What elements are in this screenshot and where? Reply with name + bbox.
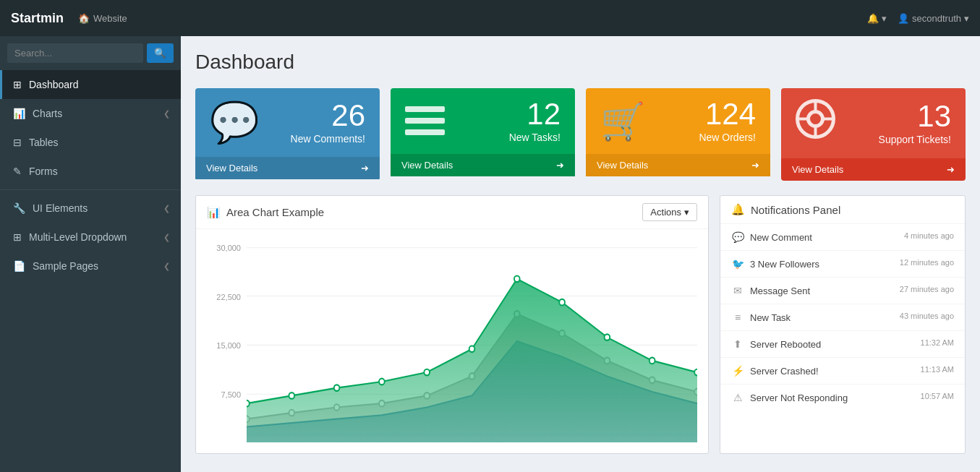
sidebar-item-ui-elements[interactable]: 🔧 UI Elements ❮ [0,194,181,223]
topnav: Startmin 🏠 Website 🔔 ▾ 👤 secondtruth ▾ [0,0,980,36]
card-number: 12 [509,99,561,129]
sidebar-item-label: Sample Pages [33,260,98,272]
sidebar-item-sample-pages[interactable]: 📄 Sample Pages ❮ [0,252,181,280]
arrow-icon: ➜ [556,160,564,171]
arrow-icon: ➜ [361,163,369,173]
svg-point-26 [289,392,294,399]
chevron-icon: ❮ [163,204,170,213]
notif-time: 43 minutes ago [900,312,954,320]
user-menu-button[interactable]: 👤 secondtruth ▾ [898,13,969,24]
card-info: 124 New Orders! [699,99,756,143]
notif-text: 3 New Followers [750,259,819,270]
card-info: 13 Support Tickets! [879,101,951,145]
tasks-icon [405,103,445,140]
card-footer-comments[interactable]: View Details ➜ [195,157,380,179]
svg-point-25 [247,400,250,407]
sidebar-item-charts[interactable]: 📊 Charts ❮ [0,99,181,128]
search-input[interactable] [7,43,143,63]
website-link[interactable]: 🏠 Website [78,13,127,24]
actions-button[interactable]: Actions ▾ [642,203,697,221]
sample-pages-icon: 📄 [13,260,25,272]
task-icon: ≡ [731,312,744,323]
card-footer-tasks[interactable]: View Details ➜ [391,154,575,176]
arrow-icon: ➜ [751,160,759,171]
notifications-bell-icon: 🔔 [731,203,745,216]
sidebar: 🔍 ⊞ Dashboard 📊 Charts ❮ ⊟ Tables ✎ [0,36,181,472]
notif-text: New Task [750,312,791,323]
card-top: 💬 26 New Comments! [195,88,380,157]
notif-time: 12 minutes ago [900,258,954,267]
notifications-bell-button[interactable]: 🔔 ▾ [867,13,887,24]
svg-point-32 [559,299,565,306]
notif-text: Server Crashed! [750,366,819,377]
notif-time: 10:57 AM [921,392,954,400]
user-icon: 👤 [898,13,909,24]
envelope-icon: ✉ [731,285,744,296]
svg-rect-0 [405,106,445,112]
notif-time: 27 minutes ago [900,285,954,293]
sidebar-divider [0,189,181,190]
view-details-label: View Details [792,164,843,175]
sidebar-item-label: Multi-Level Dropdown [29,231,127,243]
chevron-icon: ❮ [163,262,170,271]
notif-time: 4 minutes ago [904,231,954,240]
svg-point-30 [469,346,475,352]
svg-rect-1 [405,118,445,124]
card-label: Support Tickets! [879,134,951,145]
sidebar-item-multilevel[interactable]: ⊞ Multi-Level Dropdown ❮ [0,223,181,252]
card-label: New Orders! [699,132,756,143]
sidebar-item-label: Tables [29,137,58,148]
sidebar-item-label: Dashboard [29,79,79,90]
chart-svg-area [247,240,697,442]
notif-text: New Comment [750,232,812,243]
card-top: 🛒 124 New Orders! [586,88,770,154]
card-top: 13 Support Tickets! [781,88,966,158]
chart-title: 📊 Area Chart Example [207,206,324,219]
search-button[interactable]: 🔍 [147,43,174,63]
card-label: New Tasks! [509,132,561,143]
sidebar-item-dashboard[interactable]: ⊞ Dashboard [0,70,181,99]
sidebar-item-forms[interactable]: ✎ Forms [0,157,181,186]
svg-point-29 [424,369,430,376]
bell-icon: 🔔 [867,13,879,24]
chart-title-icon: 📊 [207,206,221,219]
sidebar-item-label: Forms [29,166,58,177]
charts-icon: 📊 [13,108,25,119]
twitter-icon: 🐦 [731,258,744,270]
user-dropdown-arrow: ▾ [964,13,969,24]
card-footer-tickets[interactable]: View Details ➜ [781,158,966,181]
sidebar-item-label: UI Elements [33,202,88,214]
notif-item: ✉ Message Sent 27 minutes ago [720,278,965,304]
card-top: 12 New Tasks! [391,88,575,154]
warning-icon: ⚠ [731,392,744,403]
dashboard-icon: ⊞ [13,79,22,90]
card-number: 13 [879,101,951,132]
comments-icon: 💬 [210,99,260,146]
svg-point-28 [379,379,385,385]
layout: 🔍 ⊞ Dashboard 📊 Charts ❮ ⊟ Tables ✎ [0,36,980,472]
notif-time: 11:13 AM [921,365,954,374]
sidebar-item-label: Charts [33,108,62,119]
arrow-icon: ➜ [947,164,955,175]
sidebar-item-tables[interactable]: ⊟ Tables [0,128,181,157]
svg-point-27 [334,385,340,391]
page-title: Dashboard [195,51,966,74]
card-number: 26 [291,100,365,131]
card-label: New Comments! [291,133,365,145]
notif-item: ≡ New Task 43 minutes ago [720,304,965,331]
card-info: 26 New Comments! [291,100,365,145]
notif-item: 🐦 3 New Followers 12 minutes ago [720,251,965,278]
card-info: 12 New Tasks! [509,99,561,143]
view-details-label: View Details [597,160,648,171]
svg-point-35 [694,369,697,376]
notif-time: 11:32 AM [921,338,954,347]
forms-icon: ✎ [13,166,22,177]
card-footer-orders[interactable]: View Details ➜ [586,154,770,176]
topnav-right: 🔔 ▾ 👤 secondtruth ▾ [867,13,969,24]
chart-yaxis: 30,000 22,500 15,000 7,500 [207,240,247,442]
notifications-panel: 🔔 Notifications Panel 💬 New Comment 4 mi… [720,195,966,454]
bottom-section: 📊 Area Chart Example Actions ▾ 30,000 22… [195,195,966,454]
chevron-icon: ❮ [163,233,170,242]
view-details-label: View Details [206,163,257,173]
home-icon: 🏠 [78,13,90,24]
